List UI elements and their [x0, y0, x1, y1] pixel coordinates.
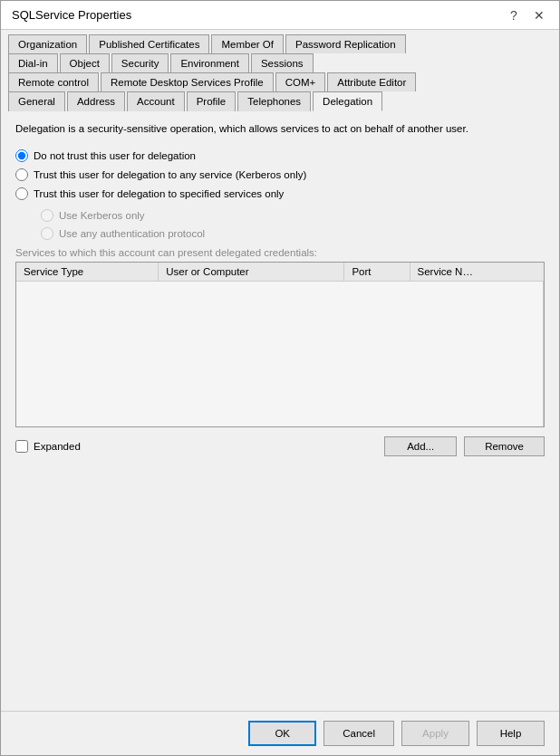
- window-title: SQLService Properties: [12, 8, 131, 22]
- col-user-or-computer: User or Computer: [159, 263, 344, 282]
- radio-trust-any[interactable]: Trust this user for delegation to any se…: [15, 168, 545, 181]
- tab-password-replication[interactable]: Password Replication: [285, 34, 406, 53]
- tab-row-2: Dial-in Object Security Environment Sess…: [8, 53, 552, 72]
- sub-radio-any-auth-input: [41, 227, 53, 240]
- radio-do-not-trust-label: Do not trust this user for delegation: [34, 150, 196, 161]
- tab-security[interactable]: Security: [111, 53, 169, 72]
- expanded-row: Expanded: [15, 440, 81, 453]
- title-bar-controls: ? ✕: [505, 6, 548, 24]
- cancel-button[interactable]: Cancel: [323, 721, 394, 746]
- services-credentials-label: Services to which this account can prese…: [15, 247, 545, 258]
- radio-trust-specified-label: Trust this user for delegation to specif…: [34, 188, 284, 199]
- expanded-label: Expanded: [34, 441, 81, 452]
- col-port: Port: [344, 263, 410, 282]
- tab-profile[interactable]: Profile: [187, 91, 237, 111]
- tab-remote-control[interactable]: Remote control: [8, 72, 99, 91]
- add-button[interactable]: Add...: [384, 436, 457, 456]
- tab-attribute-editor[interactable]: Attribute Editor: [327, 72, 416, 91]
- tab-com-plus[interactable]: COM+: [275, 72, 326, 91]
- radio-do-not-trust-input[interactable]: [15, 149, 28, 162]
- radio-trust-any-input[interactable]: [15, 168, 28, 181]
- tab-account[interactable]: Account: [127, 91, 185, 111]
- tab-dial-in[interactable]: Dial-in: [8, 53, 58, 72]
- tab-row-4: General Address Account Profile Telephon…: [8, 91, 552, 110]
- dialog-window: SQLService Properties ? ✕ Organization P…: [0, 0, 560, 756]
- table-header-row: Service Type User or Computer Port Servi…: [16, 263, 544, 282]
- sub-radio-kerberos-input: [41, 209, 53, 222]
- expanded-checkbox[interactable]: [15, 440, 28, 453]
- col-service-type: Service Type: [16, 263, 159, 282]
- delegation-radio-group: Do not trust this user for delegation Tr…: [15, 149, 545, 200]
- sub-radio-any-auth: Use any authentication protocol: [41, 227, 545, 240]
- title-bar-left: SQLService Properties: [12, 8, 131, 22]
- ok-button[interactable]: OK: [248, 721, 316, 746]
- radio-trust-specified[interactable]: Trust this user for delegation to specif…: [15, 187, 545, 200]
- delegation-description: Delegation is a security-sensitive opera…: [15, 121, 545, 137]
- tab-telephones[interactable]: Telephones: [237, 91, 311, 111]
- sub-radio-kerberos-label: Use Kerberos only: [59, 210, 145, 221]
- sub-radio-any-auth-label: Use any authentication protocol: [59, 228, 205, 239]
- footer-bar: OK Cancel Apply Help: [1, 711, 559, 755]
- tab-member-of[interactable]: Member Of: [211, 34, 284, 53]
- tab-address[interactable]: Address: [67, 91, 125, 111]
- tab-content-delegation: Delegation is a security-sensitive opera…: [1, 110, 559, 593]
- remove-button[interactable]: Remove: [464, 436, 545, 456]
- radio-trust-any-label: Trust this user for delegation to any se…: [34, 169, 306, 180]
- tab-row-3: Remote control Remote Desktop Services P…: [8, 72, 552, 91]
- tab-organization[interactable]: Organization: [8, 34, 87, 53]
- spacer: [1, 593, 559, 711]
- tabs-section: Organization Published Certificates Memb…: [1, 30, 559, 110]
- title-bar: SQLService Properties ? ✕: [1, 1, 559, 30]
- col-service-name: Service N…: [410, 263, 543, 282]
- services-table-wrapper: Service Type User or Computer Port Servi…: [15, 262, 545, 427]
- tab-general[interactable]: General: [8, 91, 65, 111]
- tab-rdp-profile[interactable]: Remote Desktop Services Profile: [101, 72, 274, 91]
- help-button[interactable]: ?: [505, 6, 523, 24]
- services-table: Service Type User or Computer Port Servi…: [16, 263, 544, 426]
- sub-radio-kerberos: Use Kerberos only: [41, 209, 545, 222]
- close-button[interactable]: ✕: [530, 6, 548, 24]
- tab-row-1: Organization Published Certificates Memb…: [8, 33, 552, 53]
- tab-object[interactable]: Object: [60, 53, 110, 72]
- tab-sessions[interactable]: Sessions: [251, 53, 314, 72]
- bottom-controls: Expanded Add... Remove: [15, 436, 545, 465]
- empty-cell: [16, 282, 544, 426]
- apply-button[interactable]: Apply: [401, 721, 469, 746]
- tab-published-certificates[interactable]: Published Certificates: [89, 34, 209, 53]
- tab-delegation[interactable]: Delegation: [313, 91, 382, 111]
- table-body: [16, 282, 544, 426]
- tab-environment[interactable]: Environment: [170, 53, 249, 72]
- help-footer-button[interactable]: Help: [477, 721, 545, 746]
- table-action-buttons: Add... Remove: [384, 436, 545, 456]
- radio-trust-specified-input[interactable]: [15, 187, 28, 200]
- sub-radio-group: Use Kerberos only Use any authentication…: [41, 209, 545, 240]
- radio-do-not-trust[interactable]: Do not trust this user for delegation: [15, 149, 545, 162]
- empty-row: [16, 282, 544, 426]
